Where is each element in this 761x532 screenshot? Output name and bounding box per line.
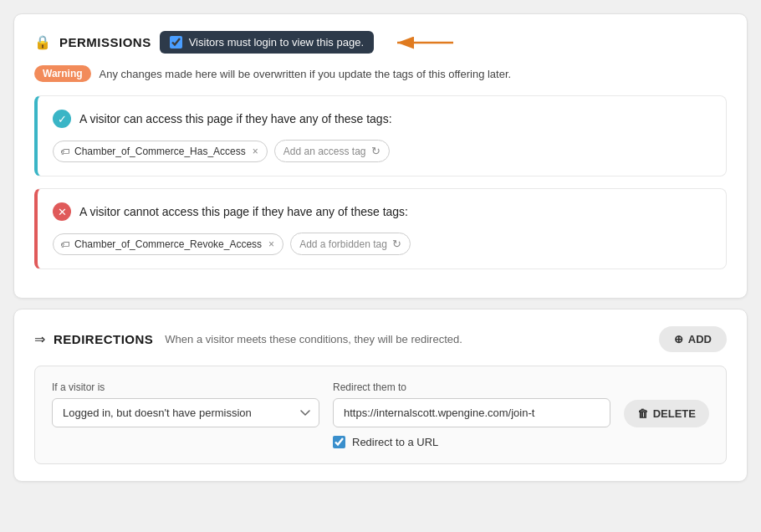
login-checkbox-area[interactable]: Visitors must login to view this page.	[160, 31, 374, 54]
add-plus-icon: ⊕	[674, 333, 683, 345]
check-circle-icon: ✓	[53, 110, 71, 128]
redirect-to-group: Redirect them to	[333, 381, 610, 427]
permissions-header: 🔒 PERMISSIONS Visitors must login to vie…	[34, 31, 727, 54]
access-tag-label: Chamber_of_Commerce_Has_Access	[74, 146, 246, 157]
add-forbidden-tag-placeholder: Add a forbidden tag	[299, 238, 387, 250]
arrow-svg	[391, 33, 457, 53]
forbidden-tag-icon: 🏷	[60, 239, 69, 249]
can-access-text: A visitor can access this page if they h…	[79, 112, 392, 125]
add-forbidden-tag-input[interactable]: Add a forbidden tag ↻	[290, 233, 411, 255]
redirect-to-label: Redirect them to	[333, 381, 610, 393]
refresh-icon: ↻	[371, 145, 380, 157]
redirect-to-url-row: Redirect to a URL	[333, 436, 709, 448]
redirections-header: ⇒ REDIRECTIONS When a visitor meets thes…	[34, 326, 727, 352]
delete-redirection-button[interactable]: 🗑 DELETE	[624, 400, 709, 427]
permissions-section: 🔒 PERMISSIONS Visitors must login to vie…	[13, 13, 748, 299]
cannot-access-block: ✕ A visitor cannot access this page if t…	[34, 188, 727, 269]
redirections-section: ⇒ REDIRECTIONS When a visitor meets thes…	[13, 309, 748, 482]
arrow-indicator	[391, 33, 457, 53]
lock-icon: 🔒	[34, 34, 51, 50]
visitor-condition-select[interactable]: Logged in, but doesn't have permission	[52, 398, 319, 427]
permissions-title: PERMISSIONS	[59, 35, 151, 49]
redirect-icon: ⇒	[34, 331, 45, 347]
remove-access-tag-button[interactable]: ×	[253, 146, 258, 157]
login-checkbox[interactable]	[170, 36, 182, 49]
warning-text: Any changes made here will be overwritte…	[100, 68, 512, 80]
redirect-to-url-checkbox[interactable]	[333, 436, 345, 448]
remove-forbidden-tag-button[interactable]: ×	[268, 238, 274, 250]
trash-icon: 🗑	[637, 407, 648, 420]
refresh-forbidden-icon: ↻	[392, 238, 401, 250]
cannot-access-tags-row: 🏷 Chamber_of_Commerce_Revoke_Access × Ad…	[53, 233, 711, 255]
can-access-block: ✓ A visitor can access this page if they…	[34, 95, 727, 176]
can-access-header: ✓ A visitor can access this page if they…	[53, 110, 711, 128]
add-button-label: ADD	[688, 333, 712, 345]
tag-icon: 🏷	[60, 146, 69, 156]
access-tag-chip: 🏷 Chamber_of_Commerce_Has_Access ×	[53, 141, 268, 162]
add-redirection-button[interactable]: ⊕ ADD	[659, 326, 727, 352]
x-circle-icon: ✕	[53, 202, 71, 221]
cannot-access-header: ✕ A visitor cannot access this page if t…	[53, 202, 711, 221]
redirect-to-url-label: Redirect to a URL	[352, 436, 438, 448]
redirections-title: REDIRECTIONS	[54, 332, 153, 346]
visitor-condition-group: If a visitor is Logged in, but doesn't h…	[52, 381, 319, 427]
login-label: Visitors must login to view this page.	[189, 36, 364, 49]
redirections-subtitle: When a visitor meets these conditions, t…	[165, 333, 462, 345]
if-visitor-label: If a visitor is	[52, 381, 319, 393]
cannot-access-text: A visitor cannot access this page if the…	[79, 205, 408, 218]
redirect-fields: If a visitor is Logged in, but doesn't h…	[52, 381, 709, 427]
warning-badge: Warning	[34, 65, 91, 82]
forbidden-tag-label: Chamber_of_Commerce_Revoke_Access	[74, 238, 262, 250]
add-access-tag-input[interactable]: Add an access tag ↻	[274, 140, 390, 162]
delete-label: DELETE	[653, 407, 696, 420]
redirect-rule-card: If a visitor is Logged in, but doesn't h…	[34, 366, 727, 464]
forbidden-tag-chip: 🏷 Chamber_of_Commerce_Revoke_Access ×	[53, 233, 283, 255]
add-access-tag-placeholder: Add an access tag	[283, 146, 366, 157]
page-container: 🔒 PERMISSIONS Visitors must login to vie…	[13, 13, 748, 482]
can-access-tags-row: 🏷 Chamber_of_Commerce_Has_Access × Add a…	[53, 140, 711, 162]
warning-row: Warning Any changes made here will be ov…	[34, 65, 727, 82]
redirect-url-input[interactable]	[333, 398, 610, 427]
